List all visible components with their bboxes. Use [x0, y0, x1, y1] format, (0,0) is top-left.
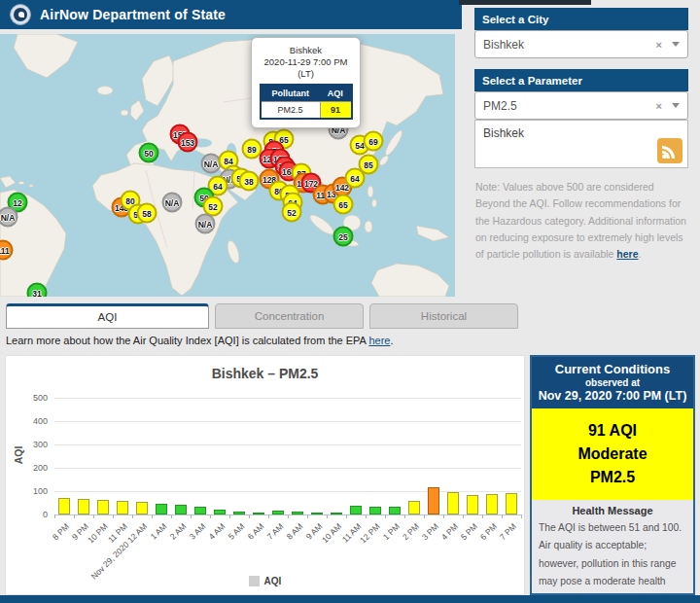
- chart-bar[interactable]: [214, 510, 226, 514]
- chart-x-tick-label: 4 PM: [439, 521, 460, 542]
- note-text: Note: Values above 500 are considered Be…: [475, 181, 686, 260]
- chart-y-tick-label: 500: [15, 393, 48, 403]
- chart-x-tick: [327, 514, 328, 518]
- tab-historical[interactable]: Historical: [369, 303, 518, 329]
- chart-y-tick-label: 400: [15, 416, 48, 426]
- popup-aqi-value: 91: [320, 101, 351, 119]
- chart-bar[interactable]: [175, 505, 187, 514]
- learn-more-here-link[interactable]: here: [368, 335, 390, 346]
- chart-x-tick-label: 3 AM: [187, 521, 207, 542]
- city-dropdown-caret-icon[interactable]: [672, 42, 680, 47]
- chart-bar[interactable]: [97, 500, 109, 514]
- chart-bar[interactable]: [117, 501, 128, 514]
- chart-bar[interactable]: [58, 498, 70, 514]
- aqi-map-marker[interactable]: 85: [359, 155, 379, 175]
- tab-concentration[interactable]: Concentration: [215, 303, 364, 329]
- chart-x-tick: [463, 514, 464, 518]
- city-select[interactable]: Bishkek ×: [474, 30, 688, 58]
- chart-bar[interactable]: [447, 492, 459, 514]
- chart-bar[interactable]: [389, 507, 401, 514]
- chart-x-tick-label: 6 AM: [245, 521, 265, 542]
- chart-gridline: [54, 444, 521, 445]
- parameter-dropdown-caret-icon[interactable]: [672, 103, 680, 108]
- aqi-map-marker[interactable]: 58: [137, 203, 158, 224]
- chart-y-tick-label: 100: [15, 486, 48, 496]
- aqi-map-marker[interactable]: 52: [282, 202, 302, 223]
- chart-x-tick: [171, 514, 172, 518]
- aqi-map-marker[interactable]: 31: [27, 283, 48, 298]
- chart-y-tick-label: 200: [15, 463, 48, 473]
- chart-x-tick-label: 5 AM: [226, 521, 246, 542]
- chart-bar[interactable]: [408, 501, 420, 514]
- aqi-map-marker[interactable]: 25: [333, 227, 354, 247]
- health-message-title: Health Message: [539, 505, 686, 516]
- chart-x-tick-label: 10 PM: [87, 521, 110, 545]
- chart-bar[interactable]: [428, 487, 439, 514]
- chart-x-tick: [54, 514, 55, 518]
- chart-bar[interactable]: [486, 494, 498, 514]
- chart-x-tick: [132, 514, 133, 518]
- aqi-map-marker[interactable]: 38: [239, 171, 260, 192]
- cc-pollutant: PM2.5: [536, 466, 689, 489]
- world-aqi-map[interactable]: 15515350N/A8454N/A5838645052N/AN/A148805…: [0, 34, 455, 297]
- aqi-map-marker[interactable]: N/A: [195, 214, 216, 234]
- cc-health-section: Health Message The AQI is between 51 and…: [532, 500, 693, 603]
- chart-x-tick: [268, 514, 269, 518]
- aqi-map-marker[interactable]: 65: [333, 195, 354, 215]
- chart-x-tick: [385, 514, 386, 518]
- aqi-map-marker[interactable]: 50: [139, 143, 159, 163]
- chart-bar[interactable]: [350, 506, 362, 514]
- chart-x-tick: [443, 514, 444, 518]
- chart-x-tick: [482, 514, 483, 518]
- chart-bar[interactable]: [467, 495, 478, 514]
- chart-bar[interactable]: [233, 512, 245, 514]
- parameter-select[interactable]: PM2.5 ×: [474, 91, 688, 120]
- chart-x-tick: [366, 514, 367, 518]
- app-title: AirNow Department of State: [40, 7, 226, 22]
- chart-gridline: [54, 421, 521, 422]
- chart-x-tick-label: 2 AM: [167, 521, 188, 542]
- aqi-map-marker[interactable]: 69: [364, 131, 384, 152]
- cc-observed-at: observed at: [536, 377, 689, 388]
- tab-aqi[interactable]: AQI: [6, 303, 209, 329]
- cc-aqi-value: 91 AQI: [536, 419, 689, 443]
- chart-x-tick-label: 3 PM: [420, 521, 440, 542]
- chart-legend[interactable]: AQI: [6, 576, 524, 586]
- chart-x-tick-label: 2 PM: [401, 521, 421, 542]
- chart-x-tick: [93, 514, 94, 518]
- chart-bar[interactable]: [194, 507, 206, 514]
- chart-bar[interactable]: [272, 511, 284, 514]
- chart-bar[interactable]: [331, 513, 342, 514]
- note-suffix: .: [639, 248, 642, 260]
- chart-bar[interactable]: [292, 512, 303, 514]
- chart-x-tick: [424, 514, 425, 518]
- parameter-clear-icon[interactable]: ×: [656, 100, 662, 112]
- chart-bar[interactable]: [78, 499, 89, 514]
- chart-bar[interactable]: [156, 504, 167, 514]
- legend-swatch-icon: [249, 576, 260, 586]
- aqi-map-marker[interactable]: 153: [178, 132, 198, 153]
- chart-x-tick: [346, 514, 347, 518]
- rss-feed-icon[interactable]: [657, 138, 682, 163]
- learn-more-text: Learn more about how the Air Quality Ind…: [6, 335, 368, 346]
- aqi-map-marker[interactable]: N/A: [162, 193, 183, 213]
- chart-gridline: [54, 468, 521, 469]
- chart-x-tick: [404, 514, 405, 518]
- popup-col-pollutant: Pollutant: [261, 85, 321, 102]
- chart-x-tick: [502, 514, 503, 518]
- chart-bar[interactable]: [253, 513, 264, 514]
- note-here-link[interactable]: here: [616, 248, 638, 260]
- chart-bar[interactable]: [506, 493, 517, 514]
- popup-pollutant-value: PM2.5: [261, 101, 321, 119]
- city-clear-icon[interactable]: ×: [656, 39, 662, 51]
- chart-x-tick: [229, 514, 230, 518]
- chart-bar[interactable]: [369, 507, 381, 514]
- chart-bar[interactable]: [311, 513, 323, 514]
- chart-bar[interactable]: [136, 502, 148, 514]
- city-select-value: Bishkek: [483, 38, 656, 52]
- aqi-bar-chart: Bishkek – PM2.5 AQI 0100200300400500 8 P…: [5, 355, 525, 595]
- chart-y-tick-label: 0: [15, 510, 48, 519]
- select-parameter-header: Select a Parameter: [474, 69, 688, 91]
- popup-city: Bishkek: [258, 45, 354, 56]
- chart-x-tick-label: 11 AM: [339, 521, 363, 545]
